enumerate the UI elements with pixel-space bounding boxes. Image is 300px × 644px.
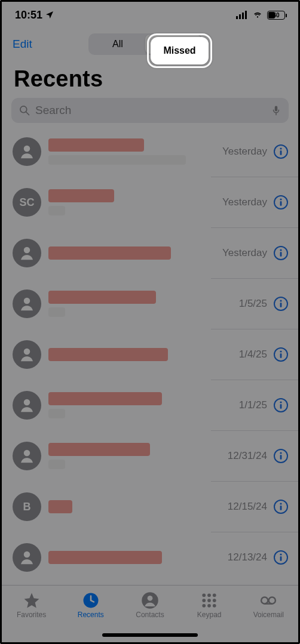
avatar-initials: SC [13, 188, 41, 217]
svg-rect-18 [280, 252, 282, 257]
svg-point-25 [280, 350, 281, 352]
svg-point-54 [261, 597, 268, 603]
call-row[interactable]: B12/15/24 [2, 482, 298, 532]
search-field[interactable] [11, 98, 289, 123]
call-meta: 12/15/24 [228, 499, 289, 514]
svg-point-49 [207, 599, 211, 602]
call-name-area [48, 246, 215, 260]
svg-point-8 [24, 146, 30, 152]
info-button[interactable] [273, 347, 289, 362]
dictate-icon[interactable] [271, 104, 281, 117]
redacted-name [48, 500, 72, 513]
info-button[interactable] [273, 550, 289, 565]
call-date: 12/15/24 [228, 501, 267, 513]
svg-rect-30 [280, 404, 282, 409]
call-meta: Yesterday [222, 195, 289, 210]
call-date: Yesterday [222, 196, 267, 208]
svg-point-21 [280, 300, 281, 301]
svg-rect-0 [236, 16, 238, 19]
tab-label: Voicemail [253, 611, 284, 619]
redacted-name [48, 138, 144, 152]
tab-favorites[interactable]: Favorites [8, 591, 56, 619]
info-button[interactable] [273, 144, 289, 159]
svg-point-15 [24, 247, 30, 254]
tab-bar: Favorites Recents Contacts Keypad Voicem… [2, 585, 298, 642]
tab-voicemail[interactable]: Voicemail [244, 591, 292, 619]
edit-button[interactable]: Edit [13, 38, 32, 51]
call-row[interactable]: 1/1/25 [2, 380, 298, 430]
redacted-name [48, 189, 114, 202]
svg-rect-14 [280, 201, 282, 206]
call-meta: 12/31/24 [228, 448, 289, 464]
tab-label: Favorites [17, 611, 46, 619]
segment-all[interactable]: All [90, 35, 145, 54]
info-button[interactable] [273, 195, 289, 210]
svg-point-23 [24, 349, 30, 355]
call-name-area [48, 443, 221, 469]
call-meta: 1/5/25 [239, 296, 289, 312]
star-icon [23, 591, 41, 609]
redacted-name [48, 348, 168, 361]
search-input[interactable] [35, 104, 266, 117]
phone-screen: 10:51 40 Edit All Missed Recents [0, 0, 300, 644]
search-icon [19, 104, 30, 116]
info-button[interactable] [273, 499, 289, 514]
svg-point-40 [280, 553, 281, 555]
avatar-generic [13, 137, 41, 166]
svg-point-17 [280, 249, 281, 251]
tutorial-highlight: Missed [151, 37, 209, 64]
info-button[interactable] [273, 398, 289, 413]
person-icon [141, 591, 159, 609]
redacted-name [48, 551, 162, 564]
call-date: 12/13/24 [228, 551, 267, 563]
call-row[interactable]: 12/13/24 [2, 532, 298, 583]
status-bar: 10:51 40 [2, 2, 298, 28]
svg-point-45 [203, 593, 206, 597]
battery-level: 40 [268, 12, 284, 19]
svg-rect-11 [280, 150, 282, 155]
cellular-icon [236, 11, 248, 19]
wifi-icon [252, 11, 264, 19]
svg-point-53 [213, 604, 216, 608]
svg-point-29 [280, 401, 281, 403]
call-row[interactable]: 12/31/24 [2, 431, 298, 481]
redacted-subtext [48, 206, 65, 215]
svg-rect-37 [280, 506, 282, 510]
redacted-subtext [48, 409, 65, 418]
tab-recents[interactable]: Recents [67, 591, 115, 619]
tab-keypad[interactable]: Keypad [185, 591, 233, 619]
call-meta: 1/1/25 [239, 398, 289, 413]
call-row[interactable]: Yesterday [2, 228, 298, 278]
call-date: Yesterday [222, 247, 267, 259]
info-button[interactable] [273, 245, 289, 261]
tab-contacts[interactable]: Contacts [126, 591, 174, 619]
svg-rect-34 [280, 455, 282, 460]
call-row[interactable]: 1/5/25 [2, 279, 298, 329]
page-title: Recents [2, 57, 298, 98]
redacted-subtext [48, 460, 65, 469]
call-name-area [48, 138, 215, 165]
svg-point-33 [280, 452, 281, 454]
call-row[interactable]: SCYesterday [2, 177, 298, 227]
battery-icon: 40 [267, 11, 285, 20]
tab-label: Recents [78, 611, 104, 619]
svg-rect-26 [280, 353, 282, 358]
home-indicator[interactable] [102, 633, 198, 637]
svg-point-38 [24, 551, 30, 558]
call-date: 1/5/25 [239, 298, 267, 310]
info-button[interactable] [273, 296, 289, 312]
svg-rect-2 [242, 13, 244, 19]
svg-point-46 [207, 593, 211, 597]
redacted-subtext [48, 155, 186, 165]
call-name-area [48, 189, 215, 215]
call-meta: Yesterday [222, 144, 289, 159]
svg-point-36 [280, 503, 281, 504]
svg-rect-41 [280, 556, 282, 561]
call-date: Yesterday [222, 146, 267, 158]
call-row[interactable]: Yesterday [2, 127, 298, 177]
info-button[interactable] [273, 448, 289, 464]
call-row[interactable]: 1/4/25 [2, 329, 298, 380]
keypad-icon [200, 591, 218, 609]
call-meta: 1/4/25 [239, 347, 289, 362]
avatar-generic [13, 289, 41, 318]
